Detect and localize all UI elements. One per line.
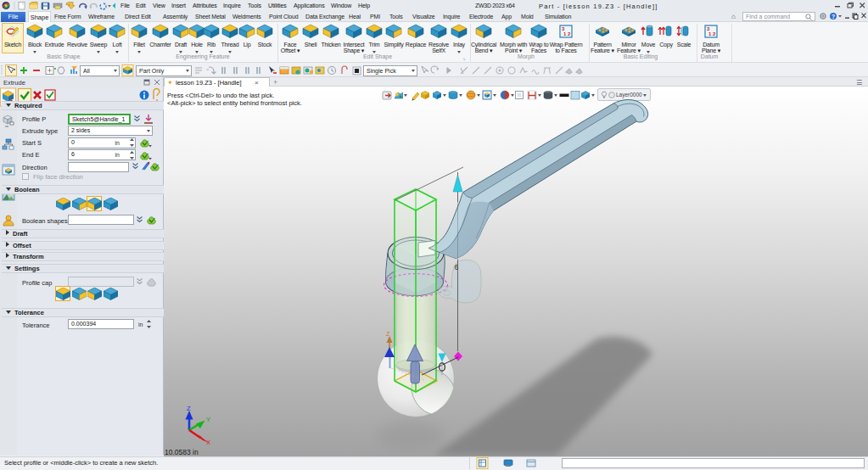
svg-text:Y: Y xyxy=(206,416,210,423)
svg-text:?: ? xyxy=(832,14,835,20)
svg-text:X: X xyxy=(206,439,210,446)
svg-text:6: 6 xyxy=(455,263,459,271)
svg-text:10.0583 in: 10.0583 in xyxy=(165,448,199,456)
svg-text:Z: Z xyxy=(187,405,191,412)
